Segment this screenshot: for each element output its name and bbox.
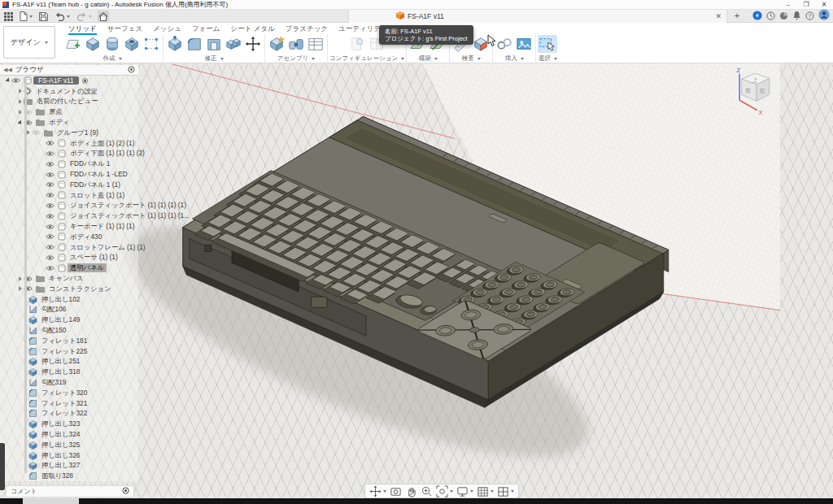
ribbon-group-label[interactable]: 検査 <box>462 54 481 63</box>
shell-button[interactable] <box>204 35 224 53</box>
expand-arrow[interactable] <box>19 276 22 281</box>
home-icon[interactable] <box>98 11 109 22</box>
create-sketch-button[interactable] <box>63 35 83 53</box>
new-component-button[interactable] <box>267 35 286 53</box>
visibility-eye-icon[interactable] <box>46 140 55 146</box>
browser-item[interactable]: 透明パネル <box>0 263 138 273</box>
close-button[interactable]: ✕ <box>815 0 833 10</box>
timeline-feature-item[interactable]: フィレット320 <box>0 388 138 398</box>
timeline-feature-item[interactable]: フィレット225 <box>0 346 138 357</box>
help-icon[interactable]: ? <box>805 9 814 24</box>
timeline-feature-item[interactable]: 勾配319 <box>0 377 138 388</box>
timeline-feature-item[interactable]: 勾配106 <box>0 305 138 315</box>
browser-item[interactable]: 原点 <box>0 106 138 117</box>
select-button[interactable] <box>538 35 557 53</box>
timeline-feature-item[interactable]: フィレット321 <box>0 398 138 409</box>
grid-snaps-button[interactable] <box>475 485 495 497</box>
expand-arrow[interactable] <box>19 110 22 115</box>
browser-item[interactable]: キーボード (1) (1) (1) <box>0 221 138 232</box>
look-at-button[interactable] <box>388 485 403 497</box>
undo-icon[interactable] <box>54 11 71 22</box>
collapse-panel-icon[interactable]: ◀◀ <box>3 67 12 73</box>
ribbon-group-label[interactable]: 構築 <box>419 54 438 63</box>
timeline-feature-item[interactable]: 面取り328 <box>0 471 138 481</box>
job-status-icon[interactable] <box>766 9 775 24</box>
visibility-eye-icon[interactable] <box>46 150 55 157</box>
visibility-eye-icon[interactable] <box>46 265 55 272</box>
browser-item[interactable]: ボディ <box>0 117 138 128</box>
timeline-feature-item[interactable]: 押し出し326 <box>0 450 138 461</box>
browser-item[interactable]: コンストラクション <box>0 284 138 294</box>
sketch-pattern-button[interactable] <box>142 35 161 53</box>
visibility-eye-icon[interactable] <box>46 202 55 209</box>
user-avatar[interactable] <box>818 9 830 24</box>
visibility-eye-icon[interactable] <box>46 224 55 230</box>
ribbon-group-label[interactable]: アセンブリ <box>277 54 315 63</box>
visibility-eye-icon[interactable] <box>32 129 41 136</box>
browser-item[interactable]: ボディ430 <box>0 232 138 242</box>
parts-table-button[interactable] <box>306 35 325 53</box>
extrude-button[interactable] <box>83 35 102 53</box>
fit-button[interactable] <box>434 485 455 497</box>
app-grid-icon[interactable] <box>3 11 14 22</box>
new-tab-button[interactable]: + <box>731 11 743 22</box>
timeline-feature-item[interactable]: 押し出し323 <box>0 419 138 429</box>
browser-item[interactable]: ボディ下面 (1) (1) (1) (2) <box>0 149 138 159</box>
canvas-button[interactable] <box>514 35 534 53</box>
combine-button[interactable] <box>224 35 243 53</box>
browser-item[interactable]: スロット蓋 (1) (1) <box>0 190 138 201</box>
decal-button[interactable] <box>495 35 514 53</box>
ribbon-group-label[interactable]: 選択 <box>539 54 557 63</box>
browser-item[interactable]: FDDパネル 1 -LED <box>0 169 138 180</box>
extensions-icon[interactable] <box>752 9 762 24</box>
revolve-button[interactable] <box>102 35 122 53</box>
fillet-button[interactable] <box>185 35 204 53</box>
expand-arrow[interactable] <box>19 286 22 291</box>
timeline-feature-item[interactable]: 押し出し324 <box>0 429 138 440</box>
minimize-button[interactable]: – <box>779 0 797 10</box>
ribbon-group-label[interactable]: 挿入 <box>505 54 524 63</box>
browser-item[interactable]: FDDパネル 1 (1) <box>0 180 138 190</box>
browser-item[interactable]: スペーサ (1) (1) <box>0 253 138 263</box>
pan-button[interactable] <box>368 485 388 497</box>
ribbon-group-label[interactable]: 作成 <box>103 54 122 63</box>
browser-scrollbar[interactable] <box>24 78 27 473</box>
timeline-feature-item[interactable]: 押し出し325 <box>0 440 138 450</box>
ribbon-group-label[interactable]: 修正 <box>205 54 224 63</box>
browser-item[interactable]: スロットフレーム (1) (1) <box>0 242 138 253</box>
comments-target-icon[interactable] <box>122 487 129 496</box>
timeline-feature-item[interactable]: 勾配150 <box>0 325 138 336</box>
browser-item[interactable]: FS-A1F v11 <box>0 76 138 86</box>
expand-arrow[interactable] <box>19 89 22 93</box>
browser-item[interactable]: ボディ上面 (1) (2) (1) <box>0 138 138 149</box>
sync-status-icon[interactable] <box>779 9 788 24</box>
visibility-eye-icon[interactable] <box>46 233 55 240</box>
timeline-feature-item[interactable]: 押し出し251 <box>0 357 138 367</box>
browser-item[interactable]: 名前の付いたビュー <box>0 97 138 107</box>
activate-component-radio[interactable] <box>82 78 88 84</box>
comments-bar[interactable]: コメント <box>6 485 134 497</box>
ribbon-group-label[interactable]: コンフィギュレーション <box>329 54 404 63</box>
timeline-feature-item[interactable]: 押し出し327 <box>0 460 138 471</box>
expand-arrow[interactable] <box>27 130 30 135</box>
visibility-eye-icon[interactable] <box>11 77 20 84</box>
timeline-feature-item[interactable]: 押し出し102 <box>0 294 138 305</box>
browser-filter-icon[interactable] <box>128 66 135 75</box>
expand-arrow[interactable] <box>19 99 22 104</box>
visibility-eye-icon[interactable] <box>46 181 55 188</box>
visibility-eye-icon[interactable] <box>46 244 55 250</box>
file-menu-icon[interactable] <box>19 11 33 22</box>
hole-button[interactable] <box>122 35 142 53</box>
browser-item[interactable]: FDDパネル 1 <box>0 159 138 169</box>
maximize-button[interactable]: ❐ <box>797 0 815 10</box>
viewports-button[interactable] <box>495 485 516 497</box>
timeline-feature-item[interactable]: 押し出し318 <box>0 367 138 377</box>
joint-button[interactable] <box>286 35 306 53</box>
visibility-eye-icon[interactable] <box>46 213 55 219</box>
expand-arrow[interactable] <box>17 119 23 125</box>
press-pull-button[interactable] <box>165 35 185 53</box>
save-icon[interactable] <box>38 11 49 22</box>
expand-arrow[interactable] <box>5 78 11 84</box>
tab-close-icon[interactable]: ✕ <box>715 12 722 20</box>
zoom-button[interactable] <box>419 485 434 497</box>
